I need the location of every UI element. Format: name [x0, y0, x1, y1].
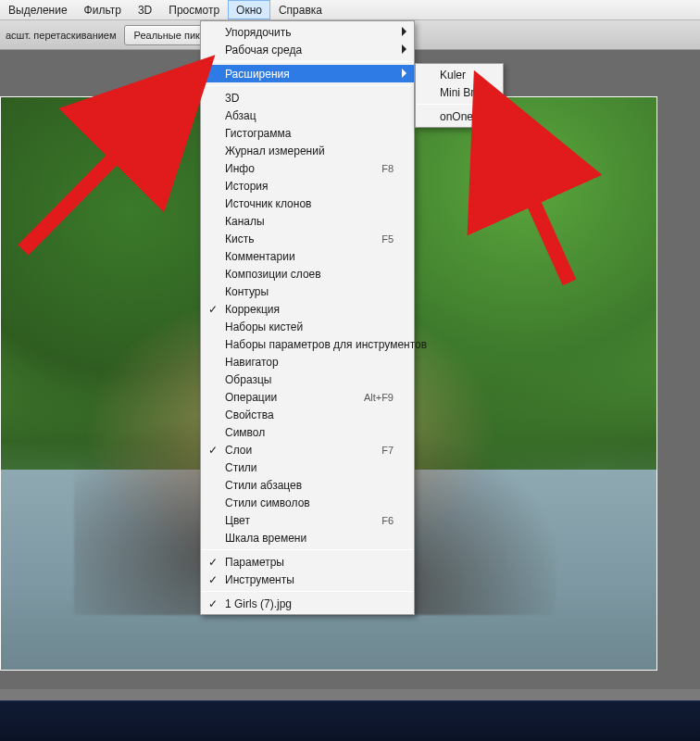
check-icon: ✓: [208, 556, 219, 567]
menu-separator: [202, 85, 413, 86]
taskbar: [0, 700, 700, 741]
menubar: Выделение Фильтр 3D Просмотр Окно Справк…: [0, 0, 700, 20]
menu-row-accel: F6: [344, 515, 394, 526]
menu-row[interactable]: Навигатор: [201, 353, 414, 370]
menu-separator: [202, 591, 413, 592]
menu-row-label: Операции: [225, 391, 327, 404]
menu-row-label: Каналы: [225, 215, 394, 228]
menu-row[interactable]: Стили абзацев: [201, 476, 414, 494]
menu-row[interactable]: ✓1 Girls (7).jpg: [201, 595, 414, 612]
menu-row-label: Наборы кистей: [225, 320, 394, 333]
check-icon: ✓: [208, 303, 219, 314]
submenu-arrow-icon: [402, 27, 406, 36]
menu-row[interactable]: Гистограмма: [201, 124, 414, 142]
menu-row[interactable]: Композиции слоев: [201, 265, 414, 283]
menu-row-label: 3D: [225, 92, 394, 105]
menu-row-label: Цвет: [225, 514, 344, 527]
menu-separator: [417, 104, 502, 105]
menu-row-accel: F7: [344, 445, 394, 456]
submenu-arrow-icon: [402, 44, 406, 54]
check-icon: ✓: [208, 573, 219, 584]
menu-row[interactable]: Наборы параметров для инструментов: [201, 335, 414, 353]
menu-row-label: Гистограмма: [225, 127, 394, 140]
menu-row-label: Абзац: [225, 109, 394, 122]
menu-row-label: Упорядочить: [225, 26, 394, 39]
menu-item-filter[interactable]: Фильтр: [76, 0, 130, 19]
menu-row[interactable]: 3D: [201, 89, 414, 107]
menu-row[interactable]: ✓СлоиF7: [201, 441, 414, 458]
menu-row-label: Комментарии: [225, 250, 394, 263]
menu-row[interactable]: Рабочая среда: [201, 41, 414, 58]
menu-row-label: Mini Bridge: [440, 86, 495, 99]
window-menu: УпорядочитьРабочая средаРасширения3DАбза…: [200, 20, 415, 615]
menu-row[interactable]: Комментарии: [201, 247, 414, 265]
menu-row[interactable]: Абзац: [201, 107, 414, 124]
menu-row-label: Стили символов: [225, 496, 394, 509]
menu-row-label: Контуры: [225, 285, 394, 298]
menu-row-accel: F5: [344, 233, 394, 245]
menu-separator: [202, 61, 413, 62]
menu-row[interactable]: Mini Bridge: [416, 83, 503, 101]
menu-item-help[interactable]: Справка: [270, 0, 331, 19]
menu-row-label: Кисть: [225, 232, 344, 245]
menu-row[interactable]: Стили символов: [201, 494, 414, 511]
menu-item-3d[interactable]: 3D: [130, 0, 160, 19]
menu-row-label: Инструменты: [225, 573, 394, 586]
options-text: асшт. перетаскиванием: [4, 30, 119, 41]
menu-row-label: 1 Girls (7).jpg: [225, 597, 394, 610]
menu-row[interactable]: Символ: [201, 423, 414, 441]
menu-row[interactable]: Образцы: [201, 370, 414, 388]
menu-row[interactable]: ✓Параметры: [201, 553, 414, 571]
menu-row-accel: F8: [344, 163, 394, 174]
menu-row[interactable]: Каналы: [201, 212, 414, 230]
menu-row[interactable]: onOne: [416, 107, 503, 125]
menu-row-label: Навигатор: [225, 356, 394, 369]
menu-row[interactable]: Стили: [201, 458, 414, 476]
menu-row-label: Свойства: [225, 408, 394, 421]
menu-row-label: Наборы параметров для инструментов: [225, 338, 427, 351]
menu-item-window[interactable]: Окно: [228, 0, 270, 19]
menu-row-label: Композиции слоев: [225, 268, 394, 281]
menu-row[interactable]: ИнфоF8: [201, 159, 414, 177]
menu-row-label: Журнал измерений: [225, 144, 394, 157]
menu-row[interactable]: Журнал измерений: [201, 142, 414, 159]
menu-row[interactable]: Расширения: [201, 65, 414, 82]
menu-row[interactable]: ОперацииAlt+F9: [201, 388, 414, 406]
menu-row-accel: Alt+F9: [327, 392, 394, 403]
menu-row-label: Коррекция: [225, 303, 394, 316]
menu-row[interactable]: Контуры: [201, 283, 414, 300]
menu-row-label: Шкала времени: [225, 532, 394, 545]
extensions-submenu: KulerMini BridgeonOne: [415, 63, 504, 128]
menu-row-label: Рабочая среда: [225, 44, 394, 57]
menu-row-label: Источник клонов: [225, 197, 394, 210]
menu-row[interactable]: КистьF5: [201, 230, 414, 247]
check-icon: ✓: [208, 597, 219, 609]
menu-separator: [202, 549, 413, 550]
menu-row[interactable]: Шкала времени: [201, 529, 414, 546]
menu-row-label: onOne: [440, 110, 482, 123]
menu-row[interactable]: Наборы кистей: [201, 318, 414, 335]
check-icon: ✓: [208, 444, 219, 455]
menu-row-label: Стили абзацев: [225, 479, 394, 492]
menu-row-label: Образцы: [225, 373, 394, 386]
menu-row[interactable]: Kuler: [416, 66, 503, 83]
menu-row[interactable]: ✓Коррекция: [201, 300, 414, 318]
menu-row[interactable]: ✓Инструменты: [201, 571, 414, 588]
menu-row-label: Слои: [225, 444, 344, 457]
submenu-arrow-icon: [402, 69, 406, 78]
menu-row[interactable]: История: [201, 177, 414, 195]
menu-item-selection[interactable]: Выделение: [0, 0, 76, 19]
menu-row[interactable]: ЦветF6: [201, 511, 414, 529]
menu-row-label: Параметры: [225, 556, 394, 569]
menu-row[interactable]: Свойства: [201, 406, 414, 423]
menu-row-label: Символ: [225, 426, 394, 439]
menu-row-label: Расширения: [225, 68, 394, 81]
menu-row-label: Kuler: [440, 69, 482, 82]
menu-row[interactable]: Источник клонов: [201, 195, 414, 212]
menu-row-label: История: [225, 180, 394, 193]
menu-row[interactable]: Упорядочить: [201, 23, 414, 41]
menu-row-label: Стили: [225, 461, 394, 474]
menu-row-label: Инфо: [225, 162, 344, 175]
menu-item-view[interactable]: Просмотр: [160, 0, 228, 19]
